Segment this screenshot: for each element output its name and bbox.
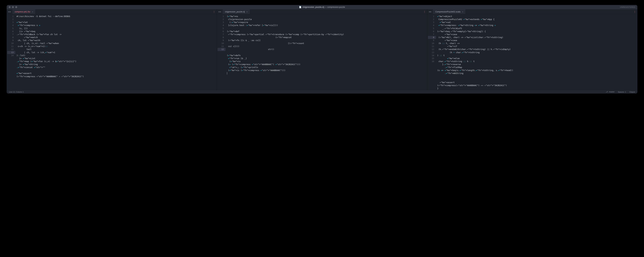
tab-history-nav[interactable]: ◀ ▶	[427, 9, 433, 14]
tab-bar: ◀ ▶ compress-pk1.fsx × ⋮	[6, 9, 217, 14]
code-editor[interactable]: 123456789101112 (="kw">ns clojpression-p…	[217, 14, 427, 90]
editor-window: 📄 clojpression_puzzle.clj — compression-…	[6, 5, 638, 94]
tab-overflow-icon[interactable]: ⋮	[422, 9, 427, 14]
minimize-window-button[interactable]	[12, 6, 14, 8]
status-bar: Line 12, Column 1 ⎇ master Spaces: 1 Clo…	[6, 90, 638, 94]
syntax-language[interactable]: Clojure	[629, 91, 635, 93]
git-branch[interactable]: ⎇ master	[606, 91, 615, 93]
window-title: 📄 clojpression_puzzle.clj — compression-…	[6, 6, 638, 8]
pane-center: ◀ ▶ clojpression_puzzle.clj × ⋮ 12345678…	[217, 9, 427, 90]
tab-overflow-icon[interactable]: ⋮	[632, 9, 638, 14]
pane-left: ◀ ▶ compress-pk1.fsx × ⋮ 123456789101112…	[6, 9, 217, 90]
pane-right: ◀ ▶ CompressionPuzzle02.scala × ⋮ 123456…	[427, 9, 638, 90]
code-editor[interactable]: 12345678910111213141516 ="kw">object Com…	[427, 14, 638, 90]
tab-bar: ◀ ▶ clojpression_puzzle.clj × ⋮	[217, 9, 427, 14]
unregistered-label: UNREGISTERED	[620, 6, 636, 8]
tab-history-nav[interactable]: ◀ ▶	[217, 9, 223, 14]
tab-overflow-icon[interactable]: ⋮	[211, 9, 217, 14]
branch-icon: ⎇	[606, 91, 608, 93]
window-controls	[8, 6, 17, 8]
file-icon: 📄	[299, 6, 302, 8]
code-area[interactable]: ="kw">object CompressionPuzzle02 ="kw">e…	[436, 14, 638, 90]
tab-history-nav[interactable]: ◀ ▶	[6, 9, 12, 14]
close-window-button[interactable]	[8, 6, 10, 8]
tab-label: compress-pk1.fsx	[15, 10, 30, 13]
tab-label: clojpression_puzzle.clj	[225, 10, 245, 13]
code-editor[interactable]: 1234567891011121314 #!/usr/bin/env -S do…	[6, 14, 217, 90]
tab-clojpression-clj[interactable]: clojpression_puzzle.clj ×	[223, 9, 250, 14]
indent-setting[interactable]: Spaces: 1	[618, 91, 626, 93]
cursor-position[interactable]: Line 12, Column 1	[9, 91, 24, 93]
code-area[interactable]: (="kw">ns clojpression-puzzle (:="kw">re…	[226, 14, 427, 90]
tab-bar: ◀ ▶ CompressionPuzzle02.scala × ⋮	[427, 9, 638, 14]
line-gutter: 1234567891011121314	[6, 14, 15, 90]
tab-compression-scala[interactable]: CompressionPuzzle02.scala ×	[433, 9, 466, 14]
line-gutter: 12345678910111213141516	[427, 14, 436, 90]
code-area[interactable]: #!/usr/bin/env -S dotnet fsi --define:DE…	[15, 14, 217, 90]
close-icon[interactable]: ×	[246, 10, 248, 13]
line-gutter: 123456789101112	[217, 14, 226, 90]
title-project: compression-puzzle	[327, 6, 345, 8]
zoom-window-button[interactable]	[15, 6, 17, 8]
tab-compress-fsx[interactable]: compress-pk1.fsx ×	[12, 9, 36, 14]
title-bar[interactable]: 📄 clojpression_puzzle.clj — compression-…	[6, 5, 638, 9]
close-icon[interactable]: ×	[462, 10, 464, 13]
close-icon[interactable]: ×	[32, 10, 33, 13]
tab-label: CompressionPuzzle02.scala	[435, 10, 460, 13]
split-panes: ◀ ▶ compress-pk1.fsx × ⋮ 123456789101112…	[6, 9, 638, 90]
title-filename: clojpression_puzzle.clj	[302, 6, 324, 8]
